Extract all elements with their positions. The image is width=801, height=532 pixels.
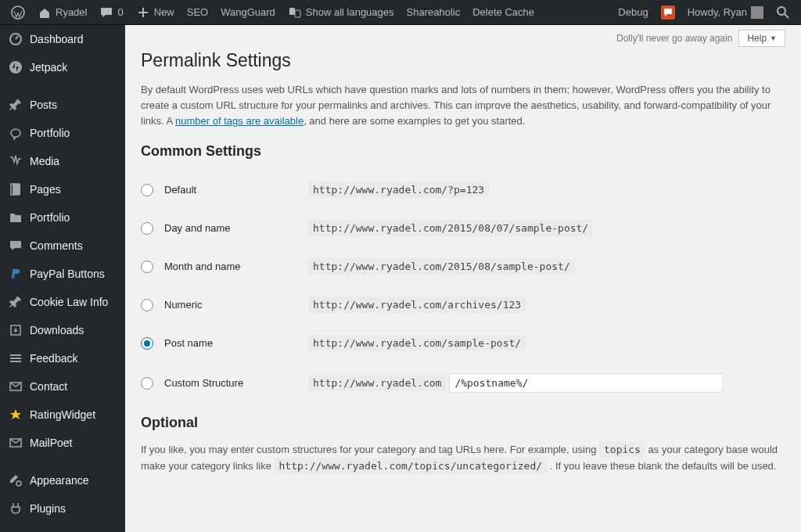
permalink-option-default: Defaulthttp://www.ryadel.com/?p=123 — [141, 171, 785, 209]
option-label: Month and name — [164, 261, 297, 272]
help-button[interactable]: Help ▼ — [738, 30, 785, 47]
svg-point-5 — [9, 61, 22, 74]
common-settings-heading: Common Settings — [141, 143, 785, 160]
sidebar-item-label: Feedback — [30, 352, 77, 365]
sidebar-item-label: Pages — [30, 183, 61, 196]
pin-icon — [8, 294, 23, 310]
sidebar-item-label: Plugins — [30, 502, 66, 515]
tags-link[interactable]: number of tags are available — [175, 115, 304, 127]
sidebar-item-dashboard[interactable]: Dashboard — [0, 25, 125, 53]
site-name: Ryadel — [56, 6, 87, 18]
plus-icon — [136, 5, 150, 20]
translate-icon — [288, 5, 302, 20]
svg-rect-2 — [295, 10, 300, 17]
sidebar-item-label: Portfolio — [30, 211, 70, 224]
languages-link[interactable]: Show all languages — [282, 0, 400, 25]
admin-bar-right: Debug Howdy, Ryan — [612, 0, 796, 25]
radio-post-name[interactable] — [141, 337, 153, 350]
search-icon — [776, 5, 790, 20]
plugin-icon — [8, 501, 23, 516]
sidebar-item-posts[interactable]: Posts — [0, 91, 125, 119]
notification[interactable] — [655, 0, 681, 25]
pin-icon — [8, 97, 23, 113]
permalink-option-month-and-name: Month and namehttp://www.ryadel.com/2015… — [141, 247, 785, 286]
shareaholic-link[interactable]: Shareaholic — [400, 0, 467, 25]
notification-badge — [661, 5, 675, 20]
jetpack-icon — [8, 59, 23, 75]
sidebar-item-appearance[interactable]: Appearance — [0, 466, 125, 494]
sidebar-item-portfolio[interactable]: Portfolio — [0, 119, 125, 147]
download-icon — [8, 322, 23, 338]
mail-icon — [8, 379, 23, 394]
ab-label: Debug — [618, 6, 648, 18]
svg-rect-7 — [13, 184, 20, 195]
custom-structure-input[interactable] — [449, 373, 723, 393]
sidebar-item-label: Posts — [30, 99, 57, 111]
radio-numeric[interactable] — [141, 299, 153, 311]
home-icon — [38, 5, 52, 20]
opt-text-c: . If you leave these blank the defaults … — [547, 460, 776, 472]
debug-link[interactable]: Debug — [612, 0, 654, 25]
sidebar-item-pages[interactable]: Pages — [0, 175, 125, 203]
permalink-options: Defaulthttp://www.ryadel.com/?p=123Day a… — [141, 171, 785, 404]
svg-point-3 — [778, 7, 785, 15]
svg-rect-9 — [10, 354, 21, 356]
chevron-down-icon: ▼ — [770, 34, 777, 42]
option-example: http://www.ryadel.com/sample-post/ — [308, 335, 526, 351]
star-icon — [8, 407, 23, 422]
sidebar-item-paypal-buttons[interactable]: PayPal Buttons — [0, 260, 125, 288]
new-label: New — [154, 6, 174, 18]
svg-rect-1 — [289, 8, 295, 15]
sidebar-item-mailpoet[interactable]: MailPoet — [0, 429, 125, 457]
admin-bar: Ryadel 0 New SEO WangGuard Show all lang… — [0, 0, 801, 25]
wp-logo[interactable] — [5, 0, 31, 25]
sidebar-item-portfolio[interactable]: Portfolio — [0, 203, 125, 232]
sidebar-item-feedback[interactable]: Feedback — [0, 344, 125, 372]
sidebar-item-contact[interactable]: Contact — [0, 372, 125, 401]
sidebar-item-media[interactable]: Media — [0, 147, 125, 175]
sidebar-item-label: Contact — [30, 380, 67, 393]
appearance-icon — [8, 473, 23, 488]
content-area: Dolly'll never go away again Help ▼ Perm… — [125, 25, 801, 532]
site-link[interactable]: Ryadel — [31, 0, 93, 25]
new-link[interactable]: New — [130, 0, 181, 25]
wangguard-link[interactable]: WangGuard — [214, 0, 282, 25]
sidebar-item-users[interactable]: Users — [0, 523, 125, 532]
sidebar-item-label: Cookie Law Info — [30, 296, 108, 308]
radio-default[interactable] — [141, 184, 153, 196]
radio-custom-structure[interactable] — [141, 377, 153, 390]
mail-icon — [8, 435, 23, 451]
optional-paragraph: If you like, you may enter custom struct… — [141, 442, 785, 475]
admin-sidebar: DashboardJetpackPostsPortfolioMediaPages… — [0, 25, 125, 532]
account-link[interactable]: Howdy, Ryan — [681, 0, 770, 25]
sidebar-item-ratingwidget[interactable]: RatingWidget — [0, 401, 125, 429]
sidebar-item-plugins[interactable]: Plugins — [0, 494, 125, 523]
sidebar-item-downloads[interactable]: Downloads — [0, 316, 125, 344]
optional-heading: Optional — [141, 415, 785, 431]
intro-text-b: , and here are some examples to get you … — [304, 115, 525, 127]
radio-day-and-name[interactable] — [141, 222, 153, 235]
help-label: Help — [747, 33, 767, 44]
avatar — [751, 6, 763, 19]
sidebar-item-cookie-law-info[interactable]: Cookie Law Info — [0, 288, 125, 316]
comments-link[interactable]: 0 — [93, 0, 129, 25]
sidebar-item-label: MailPoet — [30, 437, 72, 449]
sidebar-item-jetpack[interactable]: Jetpack — [0, 53, 125, 81]
sidebar-item-label: Downloads — [30, 324, 84, 336]
permalink-option-numeric: Numerichttp://www.ryadel.com/archives/12… — [141, 286, 785, 324]
option-label: Default — [164, 184, 297, 196]
page-icon — [8, 182, 23, 197]
option-label: Day and name — [164, 222, 297, 234]
ab-label: Show all languages — [306, 6, 394, 18]
option-label: Numeric — [164, 299, 297, 311]
howdy-text: Howdy, Ryan — [688, 6, 747, 18]
seo-link[interactable]: SEO — [181, 0, 214, 25]
radio-month-and-name[interactable] — [141, 261, 153, 273]
delete-cache-link[interactable]: Delete Cache — [466, 0, 541, 25]
sidebar-item-comments[interactable]: Comments — [0, 232, 125, 260]
sidebar-item-label: Dashboard — [30, 33, 84, 45]
permalink-option-custom-structure: Custom Structurehttp://www.ryadel.com — [141, 362, 785, 404]
sidebar-item-label: Portfolio — [30, 127, 70, 139]
intro-paragraph: By default WordPress uses web URLs which… — [141, 82, 785, 129]
search-toggle[interactable] — [770, 0, 796, 25]
